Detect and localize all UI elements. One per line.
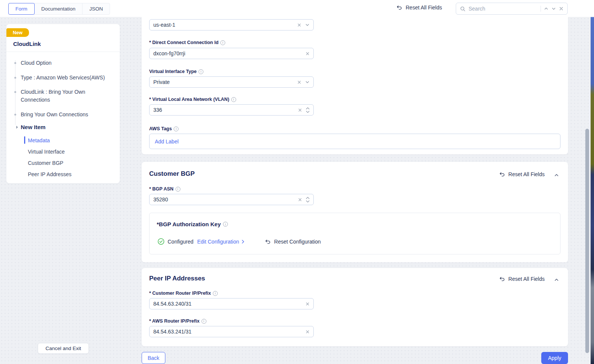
sidebar-item-metadata[interactable]: Metadata — [28, 137, 50, 143]
edit-configuration-label: Edit Configuration — [197, 239, 239, 245]
add-label-button[interactable]: Add Label — [155, 139, 179, 145]
customer-bgp-title: Customer BGP — [149, 170, 195, 178]
region-select[interactable] — [149, 19, 314, 30]
auth-key-status-text: Configured — [168, 239, 194, 245]
undo-icon — [265, 239, 271, 245]
virtual-interface-section: * Direct Connect Connection Id Virtual I… — [142, 17, 568, 154]
bgp-auth-key-label: *BGP Authorization Key — [157, 221, 228, 227]
bgp-auth-key-box: *BGP Authorization Key Configured Edit C… — [149, 213, 560, 254]
vif-type-label-text: Virtual Interface Type — [149, 69, 197, 74]
info-icon[interactable] — [199, 69, 203, 74]
sidebar-step-byoc[interactable]: Bring Your Own Connections — [21, 111, 113, 119]
search-input[interactable] — [469, 6, 538, 12]
aws-tags-box[interactable]: Add Label — [149, 134, 560, 149]
aws-router-input[interactable] — [153, 329, 302, 335]
search-box — [456, 3, 568, 15]
vif-type-label: Virtual Interface Type — [149, 69, 203, 74]
region-select-value[interactable] — [153, 22, 293, 28]
reset-configuration-label: Reset Configuration — [274, 239, 321, 245]
search-close-icon[interactable] — [559, 6, 563, 11]
vlan-label: * Virtual Local Area Network (VLAN) — [149, 97, 236, 102]
aws-tags-label-text: AWS Tags — [149, 126, 172, 131]
peer-ip-collapse-icon[interactable] — [554, 277, 559, 284]
vlan-clear-icon[interactable] — [298, 108, 302, 112]
sidebar-step-cloudlink[interactable]: CloudLink : Bring Your Own Connections — [21, 88, 113, 104]
connection-id-label-text: * Direct Connect Connection Id — [149, 40, 218, 45]
chevron-right-icon — [241, 239, 245, 244]
vif-type-value[interactable] — [153, 79, 293, 85]
sidebar-item-customer-bgp[interactable]: Customer BGP — [28, 160, 63, 166]
sidebar-step-type[interactable]: Type : Amazon Web Services(AWS) — [21, 74, 113, 82]
region-clear-icon[interactable] — [297, 23, 301, 27]
info-icon[interactable] — [223, 222, 228, 227]
sidebar-item-virtual-interface[interactable]: Virtual Interface — [28, 149, 65, 155]
aws-router-label-text: * AWS Router IP/Prefix — [149, 318, 200, 324]
tab-form[interactable]: Form — [8, 3, 35, 15]
search-divider — [541, 6, 541, 12]
search-prev-icon[interactable] — [544, 6, 548, 11]
connection-id-clear-icon[interactable] — [305, 52, 310, 56]
active-section-indicator — [24, 136, 25, 144]
search-next-icon[interactable] — [551, 6, 556, 11]
region-chevron-down-icon[interactable] — [305, 23, 310, 27]
edit-configuration-link[interactable]: Edit Configuration — [197, 239, 245, 245]
info-icon[interactable] — [220, 40, 225, 45]
tab-json[interactable]: JSON — [82, 3, 110, 15]
spinner-up-icon[interactable] — [306, 107, 310, 110]
vlan-input[interactable] — [153, 107, 294, 113]
bgp-asn-label: * BGP ASN — [149, 186, 180, 192]
sidebar-title: CloudLink — [13, 41, 41, 47]
app-root: Form Documentation JSON Reset All Fields — [0, 0, 594, 364]
info-icon[interactable] — [176, 187, 180, 192]
peer-ip-reset-button[interactable]: Reset All Fields — [499, 276, 545, 282]
connection-id-input[interactable] — [153, 50, 302, 56]
customer-bgp-collapse-icon[interactable] — [554, 172, 559, 179]
aws-router-field[interactable] — [149, 326, 314, 337]
aws-router-label: * AWS Router IP/Prefix — [149, 318, 206, 324]
search-icon — [460, 6, 466, 12]
reset-configuration-button[interactable]: Reset Configuration — [265, 239, 321, 245]
apply-button[interactable]: Apply — [541, 352, 568, 364]
tab-documentation[interactable]: Documentation — [34, 3, 83, 15]
aws-tags-label: AWS Tags — [149, 126, 179, 131]
undo-icon — [499, 171, 505, 177]
spinner-up-icon[interactable] — [306, 197, 310, 199]
reset-all-fields-button[interactable]: Reset All Fields — [396, 5, 442, 11]
info-icon[interactable] — [231, 97, 236, 102]
view-tabs: Form Documentation JSON — [8, 3, 110, 15]
undo-icon — [499, 276, 505, 282]
bgp-auth-key-label-text: *BGP Authorization Key — [157, 221, 221, 227]
cancel-and-exit-button[interactable]: Cancel and Exit — [38, 343, 89, 354]
info-icon[interactable] — [202, 319, 206, 324]
spinner-down-icon[interactable] — [306, 200, 310, 203]
peer-ip-section: Peer IP Addresses Reset All Fields * Cus… — [142, 268, 568, 346]
sidebar-item-peer-ip-addresses[interactable]: Peer IP Addresses — [28, 171, 72, 177]
spinner-down-icon[interactable] — [306, 111, 310, 113]
connection-id-field[interactable] — [149, 48, 314, 59]
customer-router-input[interactable] — [153, 301, 302, 307]
customer-bgp-reset-label: Reset All Fields — [508, 171, 545, 177]
info-icon[interactable] — [213, 291, 218, 296]
sidebar-new-item[interactable]: New Item — [21, 124, 46, 130]
bgp-asn-clear-icon[interactable] — [298, 198, 302, 202]
vif-type-clear-icon[interactable] — [297, 80, 301, 84]
vif-type-select[interactable] — [149, 76, 314, 88]
aws-router-clear-icon[interactable] — [305, 330, 310, 334]
customer-bgp-reset-button[interactable]: Reset All Fields — [499, 171, 545, 177]
sidebar-step-cloud-option[interactable]: Cloud Option — [21, 59, 113, 67]
customer-router-label: * Customer Router IP/Prefix — [149, 291, 218, 296]
check-circle-icon — [157, 238, 165, 245]
customer-router-field[interactable] — [149, 298, 314, 309]
bgp-asn-input[interactable] — [153, 196, 294, 203]
sidebar-divider — [6, 52, 120, 52]
vlan-field[interactable] — [149, 104, 314, 116]
info-icon[interactable] — [174, 126, 179, 131]
back-button[interactable]: Back — [142, 352, 165, 364]
bgp-asn-label-text: * BGP ASN — [149, 186, 174, 192]
vif-type-chevron-down-icon[interactable] — [305, 80, 310, 84]
bgp-asn-spinner — [306, 197, 310, 203]
vertical-scrollbar-thumb[interactable] — [585, 129, 589, 353]
customer-router-clear-icon[interactable] — [305, 302, 310, 306]
bgp-asn-field[interactable] — [149, 194, 314, 205]
undo-icon — [396, 5, 402, 11]
